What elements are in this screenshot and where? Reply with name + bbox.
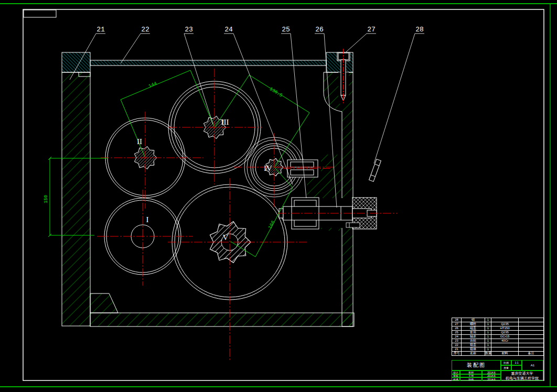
shaft-label-III: III [221, 118, 229, 126]
callout-25: 25 [282, 26, 290, 34]
sign-date-3: 2014.6 [482, 377, 501, 381]
org-line-1: 重庆交通大学 [506, 371, 539, 376]
cap-screw [346, 223, 360, 227]
bom-row: 21箱体1 [452, 347, 544, 352]
bom-table: 28销1 27螺栓1Q235 26端盖1HT150 25套筒1Q235 24轴承… [452, 318, 544, 356]
shaft-label-V: V [223, 233, 229, 242]
callout-22: 22 [141, 26, 149, 34]
bom-row: 22箱盖1 [452, 343, 544, 347]
mass-value [511, 365, 522, 371]
dim-vertical: 150 [44, 195, 49, 203]
org-line-2: 机电与车辆工程学院 [506, 376, 539, 380]
leader-lines [70, 34, 424, 208]
dim-upper: 144 [148, 81, 158, 89]
sign-role-1: 设计 [452, 371, 460, 374]
bom-row: 26端盖1HT150 [452, 326, 544, 331]
drawing-title: 装配图 [452, 360, 501, 371]
bom-row: 28销1 [452, 318, 544, 322]
callout-21: 21 [97, 26, 105, 34]
sheet-size: A1 [522, 360, 543, 371]
bom-row: 23齿轮140Cr [452, 339, 544, 343]
housing-cover [62, 52, 353, 72]
title-block: 28销1 27螺栓1Q235 26端盖1HT150 25套筒1Q235 24轴承… [452, 318, 543, 381]
organization: 重庆交通大学 机电与车辆工程学院 [501, 371, 543, 381]
bom-row: 27螺栓1Q235 [452, 322, 544, 326]
sign-name-1: 李明 [460, 371, 482, 374]
callout-24: 24 [224, 26, 233, 34]
shaft-label-I: I [146, 215, 149, 224]
callout-26: 26 [315, 26, 324, 34]
scale-value: 1:1 [511, 360, 522, 365]
mass-label: 质量 [501, 365, 511, 371]
bom-row: 24轴承1GCr15 [452, 335, 544, 339]
dim-middle: 136.5 [269, 86, 283, 99]
callout-27: 27 [367, 26, 376, 34]
sign-name-3: 刘伟 [460, 377, 482, 381]
callout-28: 28 [415, 26, 424, 34]
sign-role-3: 批准 [452, 377, 460, 381]
dim-lower: 166 [267, 220, 276, 230]
shaft-label-IV: IV [264, 164, 272, 172]
scale-label: 比例 [501, 360, 511, 365]
bom-header-row: 序号名称数量材料备注 [452, 352, 544, 356]
bom-row: 25套筒1Q235 [452, 331, 544, 335]
callout-23: 23 [185, 26, 193, 34]
shaft-label-II: II [137, 137, 142, 146]
sign-date-1: 2014.6 [482, 371, 501, 374]
taper-pin [369, 159, 381, 182]
cad-drawing-screen: 150 144 136.5 166 21 22 23 24 25 26 27 2… [0, 0, 557, 392]
